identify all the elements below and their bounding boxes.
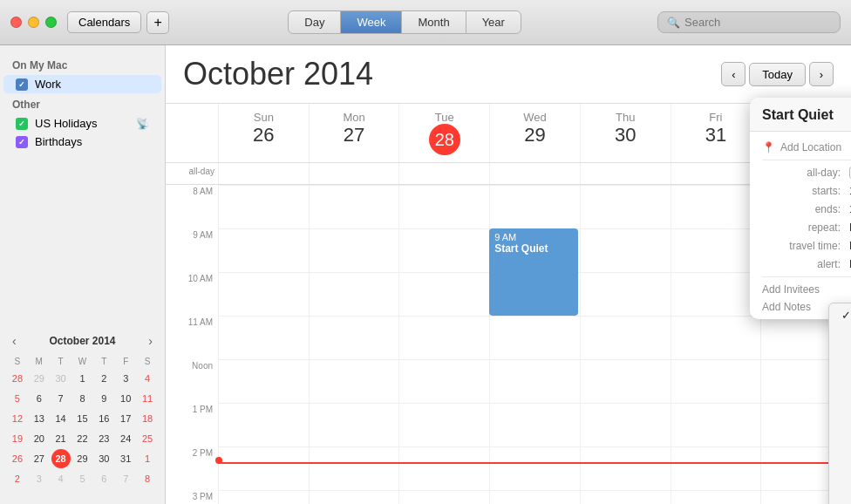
time-cell[interactable] [580,403,671,446]
mini-cal-day[interactable]: 7 [116,469,135,488]
sidebar-item-work[interactable]: ✓ Work [3,75,161,93]
mini-cal-day[interactable]: 29 [30,369,49,388]
mini-cal-day[interactable]: 1 [138,449,157,468]
mini-cal-day[interactable]: 2 [94,369,113,388]
tab-week[interactable]: Week [341,11,402,33]
alert-option[interactable]: 5 minutes before [829,351,851,374]
time-cell[interactable] [218,490,309,504]
mini-cal-day[interactable]: 2 [8,469,27,488]
time-cell[interactable] [309,316,399,359]
tab-year[interactable]: Year [466,11,521,33]
alert-option[interactable]: 1 hour before [829,445,851,468]
alert-option[interactable]: 30 minutes before [829,421,851,445]
time-cell[interactable] [398,185,489,228]
cal-prev-button[interactable]: ‹ [721,62,745,86]
time-cell[interactable] [580,359,671,403]
time-cell[interactable] [398,490,489,504]
mini-cal-day[interactable]: 12 [8,409,27,428]
time-cell[interactable] [489,490,580,504]
mini-cal-day[interactable]: 23 [94,429,113,448]
week-scroll[interactable]: 8 AM9 AM10 AM11 AMNoon1 PM2 PM3 PM4 PM5 … [166,185,851,504]
mini-cal-day[interactable]: 1 [72,369,92,388]
time-cell[interactable] [489,185,580,228]
mini-cal-day[interactable]: 4 [51,469,71,488]
alert-option[interactable]: At time of event [829,327,851,351]
us-holidays-checkbox[interactable]: ✓ [16,118,28,130]
mini-cal-day[interactable]: 17 [116,409,135,428]
mini-cal-day[interactable]: 13 [30,409,49,428]
time-cell[interactable] [580,446,671,490]
work-checkbox[interactable]: ✓ [16,78,28,91]
alert-option[interactable]: 15 minutes before [829,398,851,421]
today-button[interactable]: Today [749,63,806,86]
mini-cal-day[interactable]: 8 [72,389,92,408]
time-cell[interactable] [309,490,399,504]
mini-cal-day[interactable]: 27 [30,449,49,468]
mini-cal-day[interactable]: 10 [116,389,135,408]
sidebar-item-us-holidays[interactable]: ✓ US Holidays 📡 [3,114,161,133]
mini-cal-day[interactable]: 21 [51,429,71,448]
mini-cal-day[interactable]: 9 [94,389,113,408]
time-cell[interactable] [398,272,489,316]
mini-cal-day[interactable]: 8 [138,469,157,488]
time-cell[interactable] [218,228,309,272]
mini-cal-day[interactable]: 30 [94,449,113,468]
maximize-button[interactable] [45,17,57,28]
alert-option[interactable]: ✓None [829,303,851,327]
mini-cal-day[interactable]: 28 [51,449,71,468]
mini-cal-day[interactable]: 29 [72,449,92,468]
mini-cal-day[interactable]: 26 [8,449,27,468]
mini-cal-day[interactable]: 6 [94,469,113,488]
time-cell[interactable] [671,359,761,403]
time-cell[interactable] [671,316,761,359]
time-cell[interactable] [580,316,671,359]
mini-cal-day[interactable]: 14 [51,409,71,428]
alert-option[interactable]: 2 hours before [829,468,851,492]
week-day-header-tue[interactable]: Tue28 [398,104,489,162]
mini-cal-day[interactable]: 5 [72,469,92,488]
cal-next-button[interactable]: › [809,62,834,86]
time-cell[interactable] [398,316,489,359]
time-cell[interactable] [671,446,761,490]
time-cell[interactable] [309,403,399,446]
time-cell[interactable] [489,316,580,359]
birthdays-checkbox[interactable]: ✓ [16,136,28,148]
time-cell[interactable] [309,228,399,272]
time-cell[interactable] [309,272,399,316]
mini-cal-day[interactable]: 19 [8,429,27,448]
mini-cal-day[interactable]: 28 [8,369,27,388]
time-cell[interactable] [489,359,580,403]
mini-cal-day[interactable]: 20 [30,429,49,448]
mini-cal-day[interactable]: 4 [138,369,157,388]
time-cell[interactable] [671,272,761,316]
mini-cal-day[interactable]: 5 [8,389,27,408]
time-cell[interactable] [580,272,671,316]
time-cell[interactable] [580,228,671,272]
time-cell[interactable] [398,359,489,403]
time-cell[interactable] [309,446,399,490]
week-day-header-sun[interactable]: Sun26 [218,104,309,162]
time-cell[interactable] [218,185,309,228]
time-cell[interactable] [398,228,489,272]
mini-cal-prev[interactable]: ‹ [12,334,17,348]
mini-cal-day[interactable]: 6 [30,389,49,408]
mini-cal-next[interactable]: › [148,334,153,348]
time-cell[interactable] [671,490,761,504]
time-cell[interactable] [671,185,761,228]
time-cell[interactable] [218,446,309,490]
time-cell[interactable] [309,359,399,403]
mini-cal-day[interactable]: 25 [138,429,157,448]
time-cell[interactable] [309,185,399,228]
time-cell[interactable] [580,490,671,504]
time-cell[interactable] [489,403,580,446]
week-day-header-wed[interactable]: Wed29 [489,104,580,162]
mini-cal-day[interactable]: 22 [72,429,92,448]
alert-option[interactable]: 10 minutes before [829,374,851,398]
mini-cal-day[interactable]: 18 [138,409,157,428]
week-day-header-thu[interactable]: Thu30 [580,104,671,162]
mini-cal-day[interactable]: 3 [116,369,135,388]
week-day-header-fri[interactable]: Fri31 [671,104,761,162]
time-cell[interactable] [489,446,580,490]
mini-cal-day[interactable]: 16 [94,409,113,428]
alert-option[interactable]: 1 day before [829,492,851,504]
